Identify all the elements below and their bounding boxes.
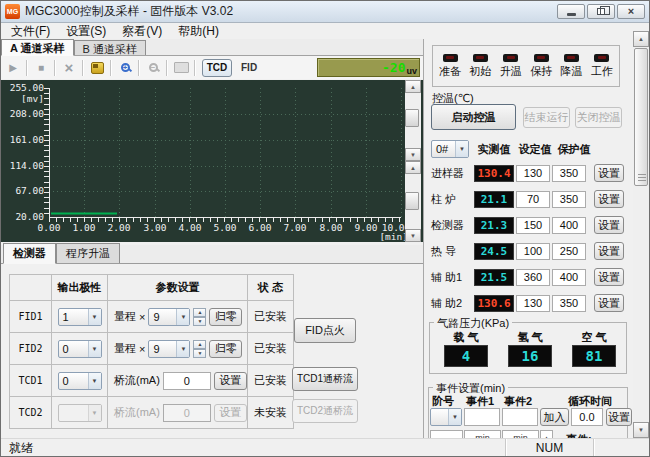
scrollbar-track[interactable]: [405, 174, 421, 229]
start-temp-control-button[interactable]: 启动控温: [431, 104, 516, 130]
event1-input[interactable]: [464, 408, 500, 426]
protect-value-field[interactable]: 350: [552, 165, 586, 182]
fid-toggle-button[interactable]: FID: [241, 62, 257, 73]
tcd2-bridge-on-button: TCD2通桥流: [292, 399, 358, 423]
toolbar-separator: [194, 60, 196, 76]
cycle-time-input[interactable]: 0.0: [571, 408, 603, 426]
scroll-down-icon[interactable]: ▼: [405, 229, 421, 242]
set-button[interactable]: 设置: [594, 164, 624, 182]
protect-value-field[interactable]: 400: [552, 269, 586, 286]
menu-view[interactable]: 察看(V): [114, 23, 170, 40]
multiply-sign: ×: [139, 311, 145, 323]
cycle-set-button[interactable]: 设置: [606, 408, 632, 426]
scrollbar-thumb[interactable]: [634, 48, 648, 186]
fid1-status: 已安装: [248, 301, 294, 333]
protect-value-field[interactable]: 250: [552, 243, 586, 260]
svg-text:9.00: 9.00: [355, 222, 378, 233]
stage-select[interactable]: ▼: [430, 408, 462, 426]
detector-cell: 0▼: [52, 365, 108, 397]
scroll-down-icon[interactable]: ▼: [633, 422, 649, 438]
temp-row-label: 辅 助1: [431, 270, 471, 285]
fid2-range-stepper[interactable]: ▲▼: [193, 340, 206, 358]
tab-temp-program[interactable]: 程序升温: [56, 243, 120, 263]
clear-button[interactable]: ×: [60, 59, 78, 77]
fid1-range-stepper[interactable]: ▲▼: [193, 308, 206, 326]
menu-help[interactable]: 帮助(H): [170, 23, 227, 40]
carrier-gas-label: 载 气: [444, 330, 488, 345]
set-button[interactable]: 设置: [594, 294, 624, 312]
col-protect: 保护值: [554, 142, 594, 157]
scrollbar-track[interactable]: [405, 93, 421, 148]
stop-button[interactable]: ■: [32, 59, 50, 77]
fid1-zero-button[interactable]: 归零: [209, 308, 242, 326]
stage-label: 阶号: [432, 394, 454, 409]
sample-settings-button[interactable]: [88, 59, 106, 77]
snapshot-button[interactable]: [172, 59, 190, 77]
toolbar-separator: [82, 60, 84, 76]
zoom-in-button[interactable]: +: [116, 59, 134, 77]
scrollbar-thumb[interactable]: [405, 192, 419, 210]
stop-icon: ■: [38, 62, 44, 73]
tcd1-set-button[interactable]: 设置: [214, 372, 247, 390]
zoom-out-button[interactable]: −: [144, 59, 162, 77]
signal-value: -20: [382, 60, 405, 75]
set-value-field[interactable]: 150: [516, 217, 550, 234]
svg-text:161.00: 161.00: [10, 134, 45, 145]
menu-settings[interactable]: 设置(S): [58, 23, 114, 40]
detector-header-blank: [10, 275, 52, 301]
toolbar-separator: [54, 60, 56, 76]
protect-value-field[interactable]: 400: [552, 217, 586, 234]
zoom-in-icon: +: [121, 63, 130, 72]
led-item: 初始: [469, 54, 491, 79]
fid1-polarity-select[interactable]: 1▼: [58, 308, 102, 326]
chevron-down-icon: ▼: [88, 309, 101, 325]
tab-detector[interactable]: 检测器: [3, 243, 56, 264]
set-value-field[interactable]: 130: [516, 295, 550, 312]
fid2-zero-button[interactable]: 归零: [209, 340, 242, 358]
set-button[interactable]: 设置: [594, 242, 624, 260]
set-button[interactable]: 设置: [594, 268, 624, 286]
tab-channel-b[interactable]: B 通道采样: [74, 40, 146, 55]
fid2-polarity-select[interactable]: 0▼: [58, 340, 102, 358]
set-button[interactable]: 设置: [594, 216, 624, 234]
fid-ignite-button[interactable]: FID点火: [294, 318, 356, 343]
scroll-up-icon[interactable]: ▲: [633, 31, 649, 47]
toolbar-separator: [138, 60, 140, 76]
delete-icon: ×: [65, 59, 74, 76]
restore-button[interactable]: [587, 4, 615, 19]
title-bar: MG MGC3000控制及采样 - 固件版本 V3.02 ×: [1, 1, 649, 23]
tab-channel-a[interactable]: A 通道采样: [1, 39, 74, 56]
set-value-field[interactable]: 130: [516, 165, 550, 182]
range-label: 量程: [114, 341, 136, 356]
set-value-field[interactable]: 70: [516, 191, 550, 208]
channel-select[interactable]: 0#▼: [431, 140, 469, 158]
chart-scale-scrollbars: ▲ ▼ ▲ ▼: [405, 80, 421, 242]
event2-input[interactable]: [502, 408, 538, 426]
tcd2-set-button: 设置: [214, 404, 247, 422]
svg-text:6.00: 6.00: [249, 222, 272, 233]
fid2-range-select[interactable]: 9▼: [148, 340, 190, 358]
protect-value-field[interactable]: 350: [552, 191, 586, 208]
play-icon: ▶: [9, 62, 17, 73]
protect-value-field[interactable]: 350: [552, 295, 586, 312]
set-button[interactable]: 设置: [594, 190, 624, 208]
set-value-field[interactable]: 100: [516, 243, 550, 260]
fid1-range-select[interactable]: 9▼: [148, 308, 190, 326]
scroll-up-icon[interactable]: ▲: [405, 80, 421, 93]
start-button[interactable]: ▶: [4, 59, 22, 77]
tcd1-bridge-input[interactable]: 0: [163, 372, 211, 390]
scrollbar-thumb[interactable]: [405, 109, 419, 127]
temp-row-label: 进样器: [431, 166, 471, 181]
minimize-button[interactable]: [557, 4, 585, 19]
panel-scrollbar[interactable]: ▲ ▼: [633, 31, 650, 438]
tcd-toggle-button[interactable]: TCD: [202, 59, 232, 77]
add-event-button[interactable]: 加入: [540, 408, 569, 426]
set-value-field[interactable]: 360: [516, 269, 550, 286]
close-icon: ×: [628, 6, 634, 17]
tcd1-bridge-on-button[interactable]: TCD1通桥流: [292, 367, 358, 391]
scroll-down-icon[interactable]: ▼: [405, 148, 421, 161]
tcd1-polarity-select[interactable]: 0▼: [58, 372, 102, 390]
close-button[interactable]: ×: [617, 4, 645, 19]
scroll-up-icon[interactable]: ▲: [405, 161, 421, 174]
menu-file[interactable]: 文件(F): [3, 23, 58, 40]
